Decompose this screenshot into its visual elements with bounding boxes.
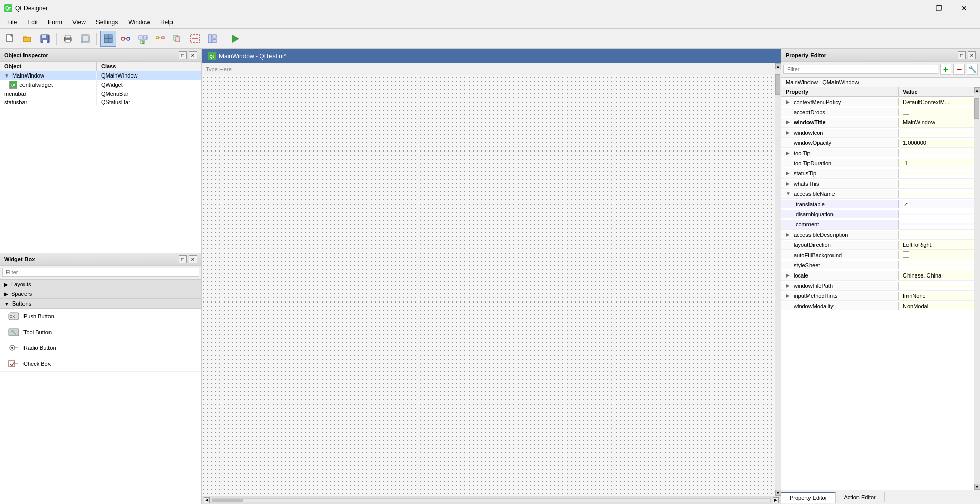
type-here-label: Type Here (206, 66, 232, 72)
prop-row-translatable[interactable]: translatable ✓ (781, 199, 974, 209)
prop-row-comment[interactable]: comment (781, 219, 974, 230)
prop-row-inputmethodhints[interactable]: ▶inputMethodHints ImhNone (781, 291, 974, 301)
property-vscrollbar: ▲ ▼ (974, 87, 980, 490)
open-button[interactable] (19, 31, 36, 47)
print-preview-button[interactable] (77, 31, 93, 47)
property-configure-button[interactable]: 🔧 (967, 64, 978, 75)
property-scroll-down[interactable]: ▼ (974, 484, 981, 490)
preview-button[interactable] (227, 31, 243, 47)
menubar-strip: Type Here (202, 63, 775, 75)
close-button[interactable]: ✕ (952, 0, 976, 16)
acceptdrops-checkbox[interactable] (903, 109, 909, 115)
canvas-scroll-right[interactable]: ▶ (773, 497, 779, 503)
tab-property-editor[interactable]: Property Editor (781, 492, 836, 503)
prop-row-windowtitle[interactable]: ▶windowTitle MainWindow (781, 117, 974, 128)
prop-row-contextmenupolicy[interactable]: ▶contextMenuPolicy DefaultContextM... (781, 97, 974, 107)
prop-row-tooltip[interactable]: ▶toolTip (781, 148, 974, 158)
minimize-button[interactable]: — (901, 0, 925, 16)
prop-row-accessibledescription[interactable]: ▶accessibleDescription (781, 230, 974, 240)
svg-rect-36 (213, 39, 216, 43)
signal-editor-button[interactable] (117, 31, 134, 47)
print-button[interactable] (60, 31, 76, 47)
menu-item-view[interactable]: View (67, 18, 91, 27)
canvas-scroll-left[interactable]: ◀ (204, 497, 210, 503)
child-indent (786, 211, 794, 217)
break-layout-button[interactable] (187, 31, 203, 47)
prop-row-acceptdrops[interactable]: acceptDrops (781, 107, 974, 117)
tree-item-centralwidget-class: QWidget (97, 81, 201, 89)
canvas-scroll-down[interactable]: ▼ (775, 490, 781, 496)
widget-editor-button[interactable] (100, 31, 116, 47)
object-inspector-float[interactable]: □ (179, 51, 187, 59)
widget-box-float[interactable]: □ (179, 255, 187, 263)
menu-item-settings[interactable]: Settings (91, 18, 123, 27)
prop-row-tooltipduration[interactable]: toolTipDuration -1 (781, 158, 974, 168)
prop-name-stylesheet: styleSheet (794, 262, 820, 268)
canvas-scroll-up[interactable]: ▲ (775, 63, 781, 69)
category-spacers[interactable]: ▶ Spacers (0, 289, 201, 299)
translatable-checkbox[interactable]: ✓ (903, 201, 909, 207)
resource-editor-button[interactable] (169, 31, 186, 47)
tree-item-mainwindow-name: MainWindow (12, 72, 44, 79)
prop-row-windowmodality[interactable]: windowModality NonModal (781, 301, 974, 311)
save-button[interactable] (37, 31, 53, 47)
prop-name-autofillbackground: autoFillBackground (794, 252, 842, 258)
svg-rect-28 (162, 37, 164, 39)
plus-icon: + (943, 64, 949, 75)
category-buttons[interactable]: ▼ Buttons (0, 299, 201, 309)
tab-order-button[interactable]: 123 (135, 31, 151, 47)
canvas-area[interactable]: Type Here (202, 63, 775, 496)
tree-row-mainwindow[interactable]: ▼ MainWindow QMainWindow (0, 71, 201, 80)
prop-row-statustip[interactable]: ▶statusTip (781, 168, 974, 179)
prop-row-disambiguation[interactable]: disambiguation (781, 209, 974, 219)
menu-item-help[interactable]: Help (155, 18, 178, 27)
menu-item-file[interactable]: File (2, 18, 22, 27)
property-scroll-up[interactable]: ▲ (974, 87, 981, 93)
widget-filter-input[interactable] (2, 268, 199, 277)
property-editor-close[interactable]: ✕ (968, 51, 976, 59)
autofill-checkbox[interactable] (903, 251, 909, 258)
object-inspector-close[interactable]: ✕ (189, 51, 197, 59)
category-layouts[interactable]: ▶ Layouts (0, 280, 201, 289)
buddy-editor-button[interactable] (152, 31, 168, 47)
tree-row-centralwidget[interactable]: Qt centralwidget QWidget (0, 80, 201, 90)
prop-row-layoutdirection[interactable]: layoutDirection LeftToRight (781, 240, 974, 250)
prop-row-autofillbackground[interactable]: autoFillBackground (781, 250, 974, 260)
tree-row-statusbar[interactable]: statusbar QStatusBar (0, 98, 201, 106)
menu-item-edit[interactable]: Edit (22, 18, 43, 27)
prop-row-accessiblename[interactable]: ▼accessibleName (781, 189, 974, 199)
menu-item-form[interactable]: Form (43, 18, 67, 27)
layout-action-button[interactable] (204, 31, 220, 47)
prop-row-windowicon[interactable]: ▶windowIcon (781, 128, 974, 138)
prop-row-windowopacity[interactable]: windowOpacity 1.000000 (781, 138, 974, 148)
widget-push-button[interactable]: OK Push Button (0, 309, 201, 324)
widget-list: ▶ Layouts ▶ Spacers ▼ Buttons OK (0, 280, 201, 504)
prop-row-locale[interactable]: ▶locale Chinese, China (781, 270, 974, 281)
svg-text:1: 1 (140, 36, 142, 40)
app-icon: Qt (4, 4, 12, 12)
push-button-label: Push Button (23, 313, 54, 319)
prop-row-windowfilepath[interactable]: ▶windowFilePath (781, 281, 974, 291)
widget-radio-button[interactable]: Radio Button (0, 340, 201, 356)
maximize-button[interactable]: ❐ (927, 0, 950, 16)
tree-indent-1 (4, 82, 7, 88)
tree-row-menubar[interactable]: menubar QMenuBar (0, 90, 201, 98)
tab-action-editor[interactable]: Action Editor (836, 492, 884, 502)
new-button[interactable] (2, 31, 18, 47)
tree-item-statusbar-name: statusbar (4, 99, 27, 105)
prop-row-whatsthis[interactable]: ▶whatsThis (781, 179, 974, 189)
svg-rect-13 (82, 36, 88, 42)
widget-box-title: Widget Box (4, 256, 35, 262)
svg-rect-17 (108, 39, 112, 43)
menu-item-window[interactable]: Window (123, 18, 155, 27)
category-layouts-label: Layouts (11, 281, 31, 287)
widget-box-close[interactable]: ✕ (189, 255, 197, 263)
property-editor-float[interactable]: □ (958, 51, 966, 59)
property-add-button[interactable]: + (940, 64, 951, 75)
widget-tool-button[interactable]: 🔧 Tool Button (0, 324, 201, 340)
svg-text:Qt: Qt (5, 6, 11, 11)
widget-check-box[interactable]: Check Box (0, 356, 201, 372)
property-remove-button[interactable]: − (953, 64, 965, 75)
property-filter-input[interactable] (783, 65, 938, 74)
prop-row-stylesheet[interactable]: styleSheet (781, 260, 974, 270)
